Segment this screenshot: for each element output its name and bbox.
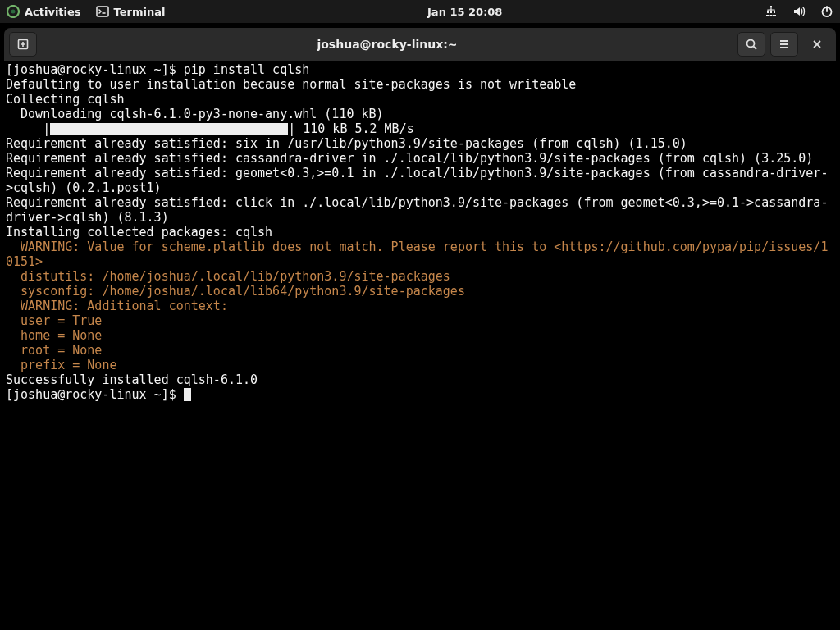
- download-progress-bar: [50, 123, 288, 135]
- current-app[interactable]: Terminal: [96, 5, 166, 18]
- output-line: |: [6, 121, 50, 136]
- output-line: Requirement already satisfied: click in …: [6, 195, 828, 225]
- search-button[interactable]: [737, 32, 765, 57]
- output-line: Requirement already satisfied: six in /u…: [6, 136, 687, 151]
- warning-line: distutils: /home/joshua/.local/lib/pytho…: [6, 269, 450, 284]
- svg-rect-4: [767, 11, 769, 13]
- gnome-topbar: Activities Terminal Jan 15 20:08: [0, 0, 840, 23]
- current-app-label: Terminal: [114, 6, 166, 18]
- warning-line: WARNING: Value for scheme.platlib does n…: [6, 240, 828, 269]
- menu-button[interactable]: [770, 32, 798, 57]
- terminal-window: joshua@rocky-linux:~ [joshua@rocky-linux…: [4, 28, 836, 630]
- output-line: Collecting cqlsh: [6, 92, 125, 107]
- close-button[interactable]: [803, 32, 831, 57]
- warning-line: prefix = None: [6, 358, 116, 372]
- network-icon[interactable]: [765, 5, 778, 18]
- terminal-viewport[interactable]: [joshua@rocky-linux ~]$ pip install cqls…: [4, 61, 836, 630]
- output-line: Installing collected packages: cqlsh: [6, 225, 272, 240]
- warning-line: root = None: [6, 343, 102, 358]
- activities-icon: [7, 5, 20, 18]
- svg-rect-8: [770, 15, 773, 16]
- svg-rect-3: [770, 6, 772, 7]
- svg-rect-9: [773, 15, 776, 16]
- warning-line: user = True: [6, 313, 102, 328]
- svg-point-1: [11, 10, 16, 14]
- warning-line: home = None: [6, 328, 102, 343]
- window-title: joshua@rocky-linux:~: [42, 38, 733, 51]
- terminal-app-icon: [96, 5, 109, 18]
- warning-line: WARNING: Additional context:: [6, 299, 228, 313]
- output-line: Successfully installed cqlsh-6.1.0: [6, 372, 258, 387]
- output-line: Downloading cqlsh-6.1.0-py3-none-any.whl…: [6, 107, 384, 121]
- output-line: | 110 kB 5.2 MB/s: [288, 121, 414, 136]
- svg-rect-5: [770, 11, 772, 13]
- prompt: [joshua@rocky-linux ~]$: [6, 387, 184, 402]
- svg-line-16: [754, 47, 757, 50]
- svg-point-15: [747, 40, 755, 48]
- new-tab-button[interactable]: [9, 32, 37, 57]
- warning-line: sysconfig: /home/joshua/.local/lib64/pyt…: [6, 284, 465, 299]
- svg-rect-2: [97, 7, 108, 16]
- command-text: pip install cqlsh: [184, 62, 310, 77]
- svg-rect-6: [774, 11, 775, 13]
- output-line: Requirement already satisfied: cassandra…: [6, 151, 813, 166]
- power-icon[interactable]: [820, 5, 833, 18]
- prompt: [joshua@rocky-linux ~]$: [6, 62, 184, 77]
- volume-icon[interactable]: [792, 5, 806, 18]
- output-line: Defaulting to user installation because …: [6, 77, 576, 92]
- window-titlebar[interactable]: joshua@rocky-linux:~: [4, 28, 836, 61]
- activities-button[interactable]: Activities: [7, 5, 81, 18]
- terminal-cursor: [184, 388, 191, 401]
- terminal-output[interactable]: [joshua@rocky-linux ~]$ pip install cqls…: [4, 61, 836, 404]
- output-line: Requirement already satisfied: geomet<0.…: [6, 166, 828, 195]
- svg-rect-7: [766, 15, 769, 16]
- clock[interactable]: Jan 15 20:08: [427, 6, 502, 18]
- activities-label: Activities: [25, 6, 81, 18]
